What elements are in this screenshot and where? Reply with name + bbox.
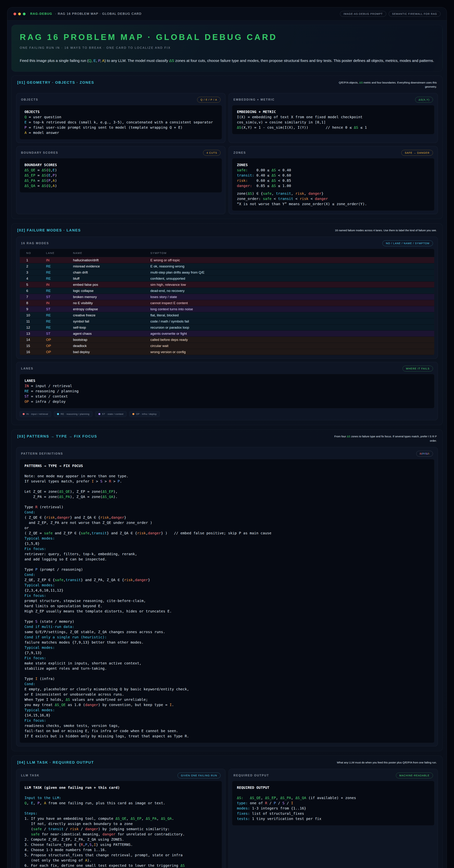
section-04-note: What any LLM must do when you feed this … [337,761,437,765]
mode-row: 15OPdeadlockcircular wait [20,343,434,349]
required-output-code: REQUIRED OUTPUTΔS: ΔS_QE, ΔS_EP, ΔS_PA, … [232,781,434,826]
embedding-metric-panel: EMBEDDING + METRIC ΔS(X,Y) EMBEDDING + M… [229,93,438,143]
window-title: · RAG 16 PROBLEM MAP · GLOBAL DEBUG CARD [55,12,142,16]
badge-image-as-debug-prompt: IMAGE-AS-DEBUG PROMPT [340,11,386,17]
mode-row: 10REcreative freezeflat, literal, blocke… [20,312,434,318]
modes-table: NOLANENAMESYMPTOM 1INhallucination/drift… [20,249,434,355]
embedding-panel-title: EMBEDDING + METRIC [233,98,275,101]
app-name: RAG-DEBUG [30,12,52,16]
boundary-code: BOUNDARY SCORESΔS_QE = ΔS(Q,E)ΔS_EP = ΔS… [20,158,222,192]
lanes-panel-title: LANES [21,367,33,370]
lanes-legend: IN · input / retrievalRE · reasoning / p… [20,411,434,417]
llm-task-code: LLM TASK (given one failing run + this c… [20,781,222,868]
lanes-code: LANESIN = input / retrievalRE = reasonin… [20,374,434,408]
column-header: NO [26,251,46,254]
intro-paragraph: Feed this image plus a single failing ru… [20,58,434,64]
llm-task-panel: LLM TASK GIVEN ONE FAILING RUN LLM TASK … [16,769,225,868]
section-geometry: [01] GEOMETRY · OBJECTS · ZONES Q/E/P/A … [11,75,443,219]
titlebar-badges: IMAGE-AS-DEBUG PROMPT SEMANTIC FIREWALL … [340,11,441,17]
rag-modes-badge: NO / LANE / NAME / SYMPTOM [382,241,433,246]
column-header: NAME [73,251,150,254]
rag-modes-panel-title: 16 RAG MODES [21,242,49,245]
section-01-title: [01] GEOMETRY · OBJECTS · ZONES [17,81,94,85]
modes-table-header: NOLANENAMESYMPTOM [20,249,434,257]
lane-dot-icon [98,413,100,415]
mode-row: 5INembed false possim high, relevance lo… [20,282,434,288]
rag-modes-panel: 16 RAG MODES NO / LANE / NAME / SYMPTOM … [16,237,438,359]
lane-dot-icon [23,413,25,415]
objects-code: OBJECTSQ = user questionE = top-k retrie… [20,105,222,140]
hero-banner: RAG 16 PROBLEM MAP · GLOBAL DEBUG CARD O… [11,25,443,72]
pattern-panel-title: PATTERN DEFINITIONS [21,452,63,455]
section-llm-task: [04] LLM TASK · REQUIRED OUTPUT What any… [11,755,443,868]
mode-row: 1INhallucination/driftE wrong or off-top… [20,257,434,263]
mode-row: 4REbluffconfident, unsupported [20,276,434,282]
section-01-note: Q/E/P/A objects, ΔS metric and four boun… [332,81,437,89]
lanes-badge: WHERE IT FAILS [402,366,433,371]
pattern-definitions-panel: PATTERN DEFINITIONS R / P / S / I PATTER… [16,447,438,746]
objects-badge: Q / E / P / A [197,97,221,102]
window-zoom-icon[interactable] [23,12,26,15]
modes-table-body: 1INhallucination/driftE wrong or off-top… [20,257,434,355]
window-close-icon[interactable] [13,12,16,15]
objects-panel-title: OBJECTS [21,98,38,101]
mode-row: 16OPbad deploywrong version or config [20,349,434,355]
window-minimize-icon[interactable] [18,12,21,15]
boundary-panel-title: BOUNDARY SCORES [21,151,58,154]
mode-row: 6RElogic collapsedead-end, no recovery [20,288,434,294]
mode-row: 12REself-looprecursion or paradox loop [20,324,434,331]
mode-row: 9STentropy collapselong context turns in… [20,306,434,312]
mode-row: 13STagent chaosagents overwrite or fight [20,331,434,337]
lanes-panel: LANES WHERE IT FAILS LANESIN = input / r… [16,362,438,420]
section-patterns: [03] PATTERNS → TYPE → FIX FOCUS From fo… [11,429,443,751]
embedding-badge: ΔS(X,Y) [415,97,433,102]
zones-panel-title: ZONES [233,151,246,154]
section-03-note: From four ΔS zones to failure type and f… [332,434,437,443]
section-02-title: [02] FAILURE MODES · LANES [17,228,81,232]
column-header: SYMPTOM [150,251,434,254]
lane-legend-chip: RE · reasoning / planning [54,411,93,417]
mode-row: 14OPbootstrapcalled before deps ready [20,337,434,343]
page-subtitle: ONE FAILING RUN IN · 16 WAYS TO BREAK · … [20,46,434,50]
mode-row: 7STbroken memoryloses story / state [20,294,434,300]
window-controls [13,12,26,15]
lane-legend-chip: OP · infra / deploy [129,411,160,417]
lane-dot-icon [57,413,59,415]
mode-row: 8INno E visibilitycannot inspect E conte… [20,300,434,306]
badge-semantic-firewall: SEMANTIC FIREWALL FOR RAG [389,11,441,17]
lane-dot-icon [132,413,134,415]
pattern-badge: R / P / S / I [416,451,433,457]
llm-task-badge: GIVEN ONE FAILING RUN [177,773,221,778]
required-output-badge: MACHINE-READABLE [396,773,433,778]
mode-row: 3REchain driftmulti-step plan drifts awa… [20,270,434,276]
zones-panel: ZONES SAFE → DANGER ZONESsafe: 0.00 ≤ ΔS… [229,146,438,214]
required-output-panel: REQUIRED OUTPUT MACHINE-READABLE REQUIRE… [229,769,438,868]
titlebar: RAG-DEBUG · RAG 16 PROBLEM MAP · GLOBAL … [7,7,447,21]
section-03-title: [03] PATTERNS → TYPE → FIX FOCUS [17,434,97,438]
pattern-code: PATTERNS → TYPE → FIX FOCUSNote: one mod… [20,459,434,743]
section-failure-modes: [02] FAILURE MODES · LANES 16 named fail… [11,223,443,425]
lane-legend-chip: IN · input / retrieval [20,411,51,417]
zones-badge: SAFE → DANGER [401,150,433,156]
lane-legend-chip: ST · state / context [95,411,126,417]
llm-task-panel-title: LLM TASK [21,774,39,777]
mode-row: 2REmisread evidenceE ok, reasoning wrong [20,263,434,270]
debug-card: RAG-DEBUG · RAG 16 PROBLEM MAP · GLOBAL … [7,7,447,868]
mode-row: 11REsymbol failcode / math / symbols fai… [20,318,434,324]
boundary-badge: 4 CUTS [203,150,221,156]
section-02-note: 16 named failure modes across 4 lanes. U… [335,228,437,232]
embedding-code: EMBEDDING + METRICI(X) = embedding of te… [232,105,434,134]
objects-panel: OBJECTS Q / E / P / A OBJECTSQ = user qu… [16,93,225,143]
section-04-title: [04] LLM TASK · REQUIRED OUTPUT [17,761,94,765]
boundary-scores-panel: BOUNDARY SCORES 4 CUTS BOUNDARY SCORESΔS… [16,146,225,214]
zones-code: ZONESsafe: 0.00 ≤ ΔS < 0.40transit: 0.40… [232,158,434,211]
required-output-panel-title: REQUIRED OUTPUT [233,774,269,777]
page-title: RAG 16 PROBLEM MAP · GLOBAL DEBUG CARD [20,32,434,42]
column-header: LANE [46,251,73,254]
